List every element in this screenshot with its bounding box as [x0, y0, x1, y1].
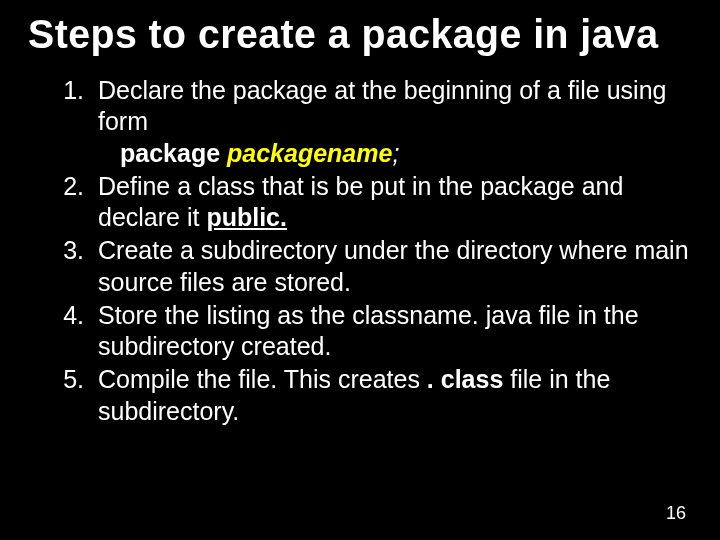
- keyword-class: . class: [427, 365, 503, 393]
- steps-list: 1. Declare the package at the beginning …: [50, 75, 700, 427]
- item-body: Compile the file. This creates . class f…: [98, 364, 700, 427]
- item-text: Compile the file. This creates: [98, 365, 427, 393]
- item-text: Declare the package at the beginning of …: [98, 76, 666, 135]
- item-body: Store the listing as the classname. java…: [98, 300, 700, 363]
- item-number: 2.: [50, 171, 98, 234]
- item-body: Declare the package at the beginning of …: [98, 75, 700, 169]
- item-body: Define a class that is be put in the pac…: [98, 171, 700, 234]
- item-body: Create a subdirectory under the director…: [98, 235, 700, 298]
- list-item: 5. Compile the file. This creates . clas…: [50, 364, 700, 427]
- slide-title: Steps to create a package in java: [28, 12, 687, 57]
- list-item: 1. Declare the package at the beginning …: [50, 75, 700, 169]
- item-number: 4.: [50, 300, 98, 363]
- keyword-packagename: packagename: [227, 139, 392, 167]
- item-number: 3.: [50, 235, 98, 298]
- page-number: 16: [666, 503, 686, 524]
- item-text: Store the listing as the classname. java…: [98, 301, 639, 360]
- item-text: Define a class that is be put in the pac…: [98, 172, 623, 231]
- list-item: 4. Store the listing as the classname. j…: [50, 300, 700, 363]
- keyword-public: public.: [206, 203, 287, 231]
- list-item: 2. Define a class that is be put in the …: [50, 171, 700, 234]
- keyword-package: package: [120, 139, 220, 167]
- slide: Steps to create a package in java 1. Dec…: [0, 0, 720, 540]
- item-number: 5.: [50, 364, 98, 427]
- list-item: 3. Create a subdirectory under the direc…: [50, 235, 700, 298]
- code-line: package packagename;: [120, 138, 399, 169]
- keyword-semicolon: ;: [392, 139, 399, 167]
- item-number: 1.: [50, 75, 98, 169]
- item-text: Create a subdirectory under the director…: [98, 236, 689, 295]
